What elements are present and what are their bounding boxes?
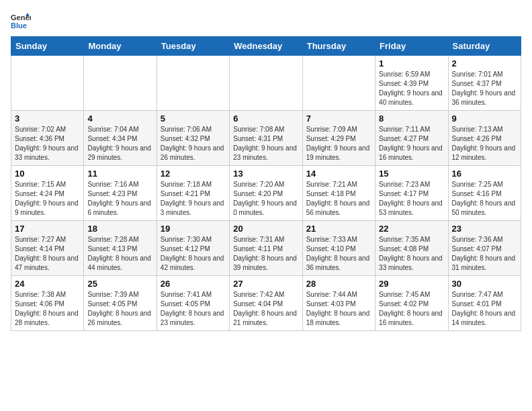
- col-header-saturday: Saturday: [448, 37, 521, 56]
- day-number: 12: [161, 169, 226, 179]
- day-detail: Sunrise: 7:04 AMSunset: 4:34 PMDaylight:…: [87, 125, 152, 163]
- day-detail: Sunrise: 7:15 AMSunset: 4:24 PMDaylight:…: [15, 180, 80, 218]
- day-number: 9: [452, 113, 517, 124]
- day-detail: Sunrise: 7:27 AMSunset: 4:14 PMDaylight:…: [15, 235, 80, 273]
- day-number: 13: [233, 169, 298, 179]
- day-cell: 17Sunrise: 7:27 AMSunset: 4:14 PMDayligh…: [11, 221, 84, 276]
- day-number: 10: [15, 169, 80, 179]
- day-number: 17: [15, 224, 80, 234]
- day-cell: 16Sunrise: 7:25 AMSunset: 4:16 PMDayligh…: [448, 166, 521, 221]
- day-number: 15: [379, 169, 444, 179]
- day-detail: Sunrise: 7:47 AMSunset: 4:01 PMDaylight:…: [452, 290, 517, 328]
- day-number: 29: [379, 279, 444, 289]
- day-detail: Sunrise: 7:38 AMSunset: 4:06 PMDaylight:…: [15, 290, 80, 328]
- day-detail: Sunrise: 7:30 AMSunset: 4:12 PMDaylight:…: [161, 235, 226, 273]
- day-cell: 12Sunrise: 7:18 AMSunset: 4:21 PMDayligh…: [157, 166, 229, 221]
- day-number: 25: [87, 279, 152, 289]
- day-detail: Sunrise: 6:59 AMSunset: 4:39 PMDaylight:…: [379, 70, 444, 107]
- day-number: 27: [233, 279, 298, 289]
- day-detail: Sunrise: 7:09 AMSunset: 4:29 PMDaylight:…: [306, 125, 371, 163]
- day-cell: 13Sunrise: 7:20 AMSunset: 4:20 PMDayligh…: [230, 166, 302, 221]
- day-number: 14: [306, 169, 371, 179]
- svg-text:Blue: Blue: [11, 21, 27, 30]
- week-row-3: 10Sunrise: 7:15 AMSunset: 4:24 PMDayligh…: [11, 166, 521, 221]
- day-cell: [230, 56, 302, 111]
- day-detail: Sunrise: 7:08 AMSunset: 4:31 PMDaylight:…: [233, 125, 298, 163]
- week-row-5: 24Sunrise: 7:38 AMSunset: 4:06 PMDayligh…: [11, 276, 521, 331]
- day-cell: 7Sunrise: 7:09 AMSunset: 4:29 PMDaylight…: [302, 111, 375, 166]
- day-number: 28: [306, 279, 371, 289]
- day-number: 16: [452, 169, 517, 179]
- day-cell: 22Sunrise: 7:35 AMSunset: 4:08 PMDayligh…: [375, 221, 448, 276]
- col-header-monday: Monday: [84, 37, 157, 56]
- day-number: 2: [452, 58, 517, 68]
- day-number: 11: [87, 169, 152, 179]
- day-detail: Sunrise: 7:44 AMSunset: 4:03 PMDaylight:…: [306, 290, 371, 328]
- week-row-2: 3Sunrise: 7:02 AMSunset: 4:36 PMDaylight…: [11, 111, 521, 166]
- day-cell: 1Sunrise: 6:59 AMSunset: 4:39 PMDaylight…: [375, 56, 448, 111]
- day-detail: Sunrise: 7:02 AMSunset: 4:36 PMDaylight:…: [15, 125, 80, 163]
- day-number: 30: [452, 279, 517, 289]
- day-cell: 20Sunrise: 7:31 AMSunset: 4:11 PMDayligh…: [230, 221, 302, 276]
- day-detail: Sunrise: 7:01 AMSunset: 4:37 PMDaylight:…: [452, 70, 517, 107]
- day-number: 22: [379, 224, 444, 234]
- logo: General Blue: [11, 11, 34, 31]
- day-cell: 26Sunrise: 7:41 AMSunset: 4:05 PMDayligh…: [157, 276, 229, 331]
- col-header-sunday: Sunday: [11, 37, 84, 56]
- day-cell: 15Sunrise: 7:23 AMSunset: 4:17 PMDayligh…: [375, 166, 448, 221]
- day-number: 19: [161, 224, 226, 234]
- col-header-thursday: Thursday: [302, 37, 375, 56]
- day-cell: 4Sunrise: 7:04 AMSunset: 4:34 PMDaylight…: [84, 111, 157, 166]
- col-header-wednesday: Wednesday: [230, 37, 302, 56]
- col-header-tuesday: Tuesday: [157, 37, 229, 56]
- day-cell: 10Sunrise: 7:15 AMSunset: 4:24 PMDayligh…: [11, 166, 84, 221]
- day-detail: Sunrise: 7:23 AMSunset: 4:17 PMDaylight:…: [379, 180, 444, 218]
- day-cell: 9Sunrise: 7:13 AMSunset: 4:26 PMDaylight…: [448, 111, 521, 166]
- day-cell: 5Sunrise: 7:06 AMSunset: 4:32 PMDaylight…: [157, 111, 229, 166]
- day-cell: 25Sunrise: 7:39 AMSunset: 4:05 PMDayligh…: [84, 276, 157, 331]
- day-detail: Sunrise: 7:20 AMSunset: 4:20 PMDaylight:…: [233, 180, 298, 218]
- day-number: 1: [379, 58, 444, 68]
- day-cell: 30Sunrise: 7:47 AMSunset: 4:01 PMDayligh…: [448, 276, 521, 331]
- day-detail: Sunrise: 7:16 AMSunset: 4:23 PMDaylight:…: [87, 180, 152, 218]
- day-detail: Sunrise: 7:42 AMSunset: 4:04 PMDaylight:…: [233, 290, 298, 328]
- day-number: 8: [379, 113, 444, 124]
- day-detail: Sunrise: 7:31 AMSunset: 4:11 PMDaylight:…: [233, 235, 298, 273]
- week-row-4: 17Sunrise: 7:27 AMSunset: 4:14 PMDayligh…: [11, 221, 521, 276]
- page-header: General Blue: [11, 11, 521, 31]
- day-number: 3: [15, 113, 80, 124]
- week-row-1: 1Sunrise: 6:59 AMSunset: 4:39 PMDaylight…: [11, 56, 521, 111]
- day-number: 24: [15, 279, 80, 289]
- day-number: 5: [161, 113, 226, 124]
- day-number: 6: [233, 113, 298, 124]
- day-cell: 8Sunrise: 7:11 AMSunset: 4:27 PMDaylight…: [375, 111, 448, 166]
- day-cell: 6Sunrise: 7:08 AMSunset: 4:31 PMDaylight…: [230, 111, 302, 166]
- day-cell: [11, 56, 84, 111]
- day-number: 4: [87, 113, 152, 124]
- day-detail: Sunrise: 7:21 AMSunset: 4:18 PMDaylight:…: [306, 180, 371, 218]
- day-number: 7: [306, 113, 371, 124]
- day-cell: 27Sunrise: 7:42 AMSunset: 4:04 PMDayligh…: [230, 276, 302, 331]
- day-number: 23: [452, 224, 517, 234]
- day-number: 26: [161, 279, 226, 289]
- day-detail: Sunrise: 7:35 AMSunset: 4:08 PMDaylight:…: [379, 235, 444, 273]
- day-cell: 2Sunrise: 7:01 AMSunset: 4:37 PMDaylight…: [448, 56, 521, 111]
- day-detail: Sunrise: 7:28 AMSunset: 4:13 PMDaylight:…: [87, 235, 152, 273]
- day-detail: Sunrise: 7:11 AMSunset: 4:27 PMDaylight:…: [379, 125, 444, 163]
- day-detail: Sunrise: 7:18 AMSunset: 4:21 PMDaylight:…: [161, 180, 226, 218]
- day-cell: [84, 56, 157, 111]
- day-detail: Sunrise: 7:06 AMSunset: 4:32 PMDaylight:…: [161, 125, 226, 163]
- logo-icon: General Blue: [11, 11, 31, 31]
- day-detail: Sunrise: 7:41 AMSunset: 4:05 PMDaylight:…: [161, 290, 226, 328]
- day-cell: 29Sunrise: 7:45 AMSunset: 4:02 PMDayligh…: [375, 276, 448, 331]
- day-number: 21: [306, 224, 371, 234]
- day-detail: Sunrise: 7:13 AMSunset: 4:26 PMDaylight:…: [452, 125, 517, 163]
- day-detail: Sunrise: 7:45 AMSunset: 4:02 PMDaylight:…: [379, 290, 444, 328]
- day-cell: [302, 56, 375, 111]
- day-cell: 21Sunrise: 7:33 AMSunset: 4:10 PMDayligh…: [302, 221, 375, 276]
- calendar-table: SundayMondayTuesdayWednesdayThursdayFrid…: [11, 36, 521, 331]
- day-cell: 3Sunrise: 7:02 AMSunset: 4:36 PMDaylight…: [11, 111, 84, 166]
- day-cell: 23Sunrise: 7:36 AMSunset: 4:07 PMDayligh…: [448, 221, 521, 276]
- col-header-friday: Friday: [375, 37, 448, 56]
- day-number: 18: [87, 224, 152, 234]
